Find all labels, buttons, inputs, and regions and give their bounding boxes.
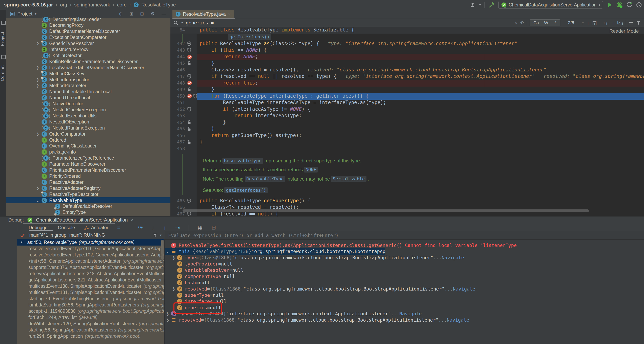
tree-item[interactable]: ❯CGenericTypeResolver [6, 40, 199, 46]
chevron-right-icon[interactable]: ❯ [171, 286, 177, 291]
tree-item[interactable]: ❯COrderComparator [6, 131, 199, 137]
frame-row[interactable]: as:450, ResolvableType(org.springframewo… [17, 239, 164, 246]
chevron-down-icon[interactable]: ⌄ [34, 198, 41, 203]
previous-occurrence-icon[interactable]: ↑ [582, 20, 584, 26]
chevron-right-icon[interactable]: ❯ [34, 132, 41, 136]
doc-code-chip[interactable]: Serializable [331, 176, 366, 182]
tree-item[interactable]: (C)NativeDetector [6, 101, 199, 107]
frame-row[interactable]: retrieveApplicationListeners:248, Abstra… [17, 270, 164, 277]
tree-item[interactable]: ❯CReactiveAdapterRegistry [6, 185, 199, 191]
code-line[interactable]: 456 return getSuperType().as(type); [170, 132, 644, 139]
tree-item[interactable]: CExceptionDepthComparator [6, 34, 199, 40]
variable-row[interactable]: fvariableResolver = null [164, 267, 644, 274]
variable-row[interactable]: fsuperType = null [164, 292, 644, 298]
gutter-icons[interactable] [187, 140, 199, 145]
doc-code-chip[interactable]: NONE [304, 167, 318, 172]
multiline-search-icon[interactable]: ☰ [629, 20, 633, 26]
frames-scrollbar[interactable] [161, 240, 164, 260]
navigate-link[interactable]: Navigate [442, 255, 464, 260]
tree-item[interactable]: ❯CMethodParameter [6, 83, 199, 89]
tree-item[interactable]: IDecoratingProxy [6, 22, 199, 28]
code-line[interactable]: 444 return NONE; [170, 54, 644, 60]
frame-row[interactable]: getApplicationListeners:221, AbstractApp… [17, 277, 164, 283]
profiler-icon[interactable] [636, 2, 642, 8]
search-in-selection-icon[interactable]: ◱ [592, 20, 597, 26]
restore-layout-icon[interactable]: ⊟ [212, 224, 216, 231]
project-panel-title[interactable]: Project [17, 11, 32, 17]
code-line[interactable]: 454 } [170, 119, 644, 126]
frame-row[interactable]: starting:56, SpringApplicationRunListene… [17, 327, 164, 333]
breadcrumb-item[interactable]: core [117, 2, 127, 8]
navigate-link[interactable]: Navigate [447, 317, 469, 322]
settings-icon[interactable]: ⚙ [151, 11, 155, 16]
gutter-icons[interactable] [187, 94, 199, 99]
step-into-icon[interactable]: ↓ [152, 224, 154, 231]
chevron-right-icon[interactable]: ❯ [171, 256, 177, 260]
expand-all-icon[interactable]: ⊞ [130, 11, 133, 16]
commit-tool-icon[interactable] [1, 55, 6, 59]
gutter-icons[interactable] [187, 107, 199, 112]
chevron-right-icon[interactable]: ❯ [34, 78, 41, 82]
frame-row[interactable]: doWithListeners:120, SpringApplicationRu… [17, 320, 164, 327]
gutter-icons[interactable] [187, 120, 199, 125]
run-to-cursor-icon[interactable]: ⇥ [175, 224, 180, 231]
code-line[interactable]: 450 for (ResolvableType interfaceType : … [170, 93, 644, 100]
doc-code-chip[interactable]: getInterfaces() [228, 34, 271, 40]
search-caret-icon[interactable]: ▾ [181, 21, 183, 24]
tree-item[interactable]: CPrioritizedParameterNameDiscoverer [6, 167, 199, 173]
tree-item[interactable]: Ipackage-info [6, 149, 199, 155]
tree-item[interactable]: IParameterNameDiscoverer [6, 161, 199, 167]
step-over-icon[interactable]: ↷ [138, 224, 142, 231]
breadcrumb-item[interactable]: spring-core-5.3.16.jar [4, 2, 53, 8]
code-line[interactable]: 442public ResolvableType as(Class<?> typ… [170, 40, 644, 47]
user-icon[interactable] [470, 2, 476, 8]
tree-item[interactable]: CMethodClassKey [6, 70, 199, 77]
frame-row[interactable]: multicastEvent:138, SimpleApplicationEve… [17, 283, 164, 289]
run-configuration-select[interactable]: ChemicalDataAcquisitionServerApplication… [498, 1, 603, 9]
breadcrumb-item[interactable]: ResolvableType [142, 2, 176, 8]
search-option-cc[interactable]: Cc [534, 20, 539, 26]
code-line[interactable]: 448 return this; [170, 80, 644, 86]
code-line[interactable]: 443 if (this == NONE) { [170, 47, 644, 54]
tree-item[interactable]: CDefaultParameterNameDiscoverer [6, 28, 199, 34]
chevron-right-icon[interactable]: ❯ [34, 186, 41, 190]
thread-status-row[interactable]: "main"@1 in group "main": RUNNING ▾ [17, 231, 164, 239]
variable-row[interactable]: fgenerics = null [164, 304, 644, 311]
select-all-occurrences-icon[interactable]: ☑ᵢᵢ [617, 20, 623, 26]
tree-item[interactable]: (C)KotlinDetector [6, 52, 199, 58]
search-input[interactable]: generics = [186, 20, 214, 26]
gutter-icons[interactable] [187, 212, 199, 217]
code-line[interactable]: 453 return interfaceAsType; [170, 112, 644, 119]
editor-tab[interactable]: C ResolvableType.java × [172, 10, 234, 18]
tree-item[interactable]: CReactiveAdapter [6, 179, 199, 185]
variable-row[interactable]: fcomponentType = null [164, 274, 644, 280]
search-bar[interactable]: ▾ generics = × ⟲ CcW.* 2/6 ↑ ↓ ◱ +ᵢᵢ −ᵢᵢ… [170, 19, 644, 27]
doc-code-chip[interactable]: ResolvableType [245, 176, 285, 182]
chevron-right-icon[interactable]: ❯ [34, 84, 41, 88]
tab-console[interactable]: Console [58, 225, 75, 230]
frame-row[interactable]: forEach:1249, ArrayList(java.util) [17, 314, 164, 320]
code-line[interactable]: 449 } [170, 86, 644, 93]
coverage-icon[interactable] [626, 2, 632, 8]
collapse-all-icon[interactable]: ⊟ [140, 11, 144, 16]
remove-occurrence-icon[interactable]: −ᵢᵢ [610, 20, 614, 26]
variable-row[interactable]: ❯ptype = {Class@1404} "interface org.spr… [164, 311, 644, 317]
run-icon[interactable] [606, 2, 612, 8]
evaluate-expression-input[interactable]: Evaluate expression (Enter) or add a wat… [164, 231, 644, 240]
frame-row[interactable]: supportsEvent:376, AbstractApplicationEv… [17, 264, 164, 270]
chevron-down-icon[interactable]: ⌄ [164, 249, 171, 254]
tree-item[interactable]: COverridingClassLoader [6, 143, 199, 149]
tree-item[interactable]: (C)DecoratingClassLoader [6, 16, 199, 22]
search-option-[interactable]: .* [554, 20, 556, 26]
close-icon[interactable]: × [228, 12, 231, 17]
project-tool-icon[interactable] [1, 21, 6, 25]
tree-item[interactable]: ❯CLocalVariableTableParameterNameDiscove… [6, 64, 199, 70]
evaluate-calculator-icon[interactable]: ▦ [198, 224, 203, 231]
tree-item[interactable]: ()NestedRuntimeException [6, 125, 199, 131]
variable-row[interactable]: !ResolvableType.forClass(listenerType).a… [164, 242, 644, 248]
variable-row[interactable]: finterfaces = null [164, 298, 644, 304]
tree-item[interactable]: ❯CMethodIntrospector [6, 77, 199, 83]
doc-code-chip[interactable]: getInterfaces() [224, 187, 268, 193]
tree-item[interactable]: CKotlinReflectionParameterNameDiscoverer [6, 58, 199, 64]
code-line[interactable]: 458 [170, 146, 644, 152]
